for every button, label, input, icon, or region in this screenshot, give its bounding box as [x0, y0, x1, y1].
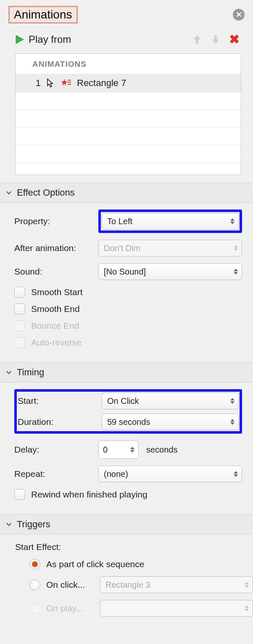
section-title: Timing: [17, 367, 44, 378]
smooth-end-row[interactable]: Smooth End: [14, 304, 242, 314]
panel-title-tab[interactable]: Animations: [8, 6, 78, 24]
trigger-onplay-radio: [29, 603, 40, 614]
effect-options-body: Property: To Left After animation: Don't…: [0, 203, 253, 362]
stepper-icon: [232, 468, 239, 480]
radio-label: As part of click sequence: [46, 559, 144, 569]
timing-body: Start: On Click Duration: 59 seconds: [0, 382, 253, 514]
sound-select[interactable]: [No Sound]: [98, 263, 242, 280]
triggers-header[interactable]: Triggers: [0, 514, 253, 534]
play-from-label[interactable]: Play from: [29, 34, 186, 45]
remove-animation-button[interactable]: ✖: [227, 32, 241, 47]
smooth-end-checkbox[interactable]: [14, 304, 25, 314]
chevron-down-icon: [6, 369, 13, 375]
empty-row: [16, 145, 241, 163]
empty-row: [16, 110, 241, 128]
emphasis-effect-icon: [60, 78, 71, 88]
trigger-onclick-row[interactable]: On click... Rectangle 3: [0, 573, 253, 597]
stepper-icon: [232, 242, 239, 254]
onclick-target-select: Rectangle 3: [100, 576, 253, 593]
select-value: Rectangle 3: [105, 580, 150, 590]
select-value: To Left: [107, 217, 132, 226]
select-value: Don't Dim: [104, 243, 140, 253]
duration-select[interactable]: 59 seconds: [102, 414, 239, 430]
play-toolbar: Play from ✖: [0, 27, 253, 51]
duration-label: Duration:: [18, 417, 102, 427]
rewind-checkbox[interactable]: [14, 489, 25, 500]
trigger-onclick-radio[interactable]: [29, 579, 40, 590]
move-down-button[interactable]: [208, 34, 223, 45]
start-effect-label: Start Effect:: [0, 534, 253, 555]
rewind-row[interactable]: Rewind when finished playing: [14, 489, 242, 500]
bounce-end-row: Bounce End: [14, 320, 242, 331]
select-value: On Click: [107, 396, 139, 406]
repeat-label: Repeat:: [14, 469, 98, 479]
smooth-start-row[interactable]: Smooth Start: [14, 287, 242, 298]
select-value: [No Sound]: [104, 267, 146, 277]
section-title: Effect Options: [17, 187, 75, 198]
svg-marker-1: [61, 79, 68, 86]
animations-list-header: ANIMATIONS: [16, 54, 241, 74]
stepper-icon: [243, 579, 250, 591]
triggers-body: Start Effect: As part of click sequence …: [0, 534, 253, 625]
stepper-icon: [229, 416, 236, 428]
input-value: 0: [103, 445, 108, 455]
auto-reverse-row: Auto-reverse: [14, 337, 242, 348]
stepper-icon: [243, 602, 250, 615]
onplay-target-select: [100, 600, 253, 617]
empty-row: [16, 128, 241, 145]
property-label: Property:: [14, 216, 98, 226]
delay-label: Delay:: [14, 445, 98, 455]
checkbox-label: Smooth End: [31, 304, 80, 314]
chevron-down-icon: [6, 521, 13, 527]
highlight-box: To Left: [98, 209, 242, 233]
delay-unit: seconds: [146, 445, 178, 455]
bounce-end-checkbox: [14, 320, 25, 331]
auto-reverse-checkbox: [14, 337, 25, 348]
after-animation-label: After animation:: [14, 243, 98, 253]
animation-target-name: Rectangle 7: [77, 78, 126, 89]
empty-row: [16, 92, 241, 110]
timing-header[interactable]: Timing: [0, 362, 253, 382]
trigger-onplay-row: On play...: [0, 597, 253, 620]
close-panel-button[interactable]: ✕: [233, 9, 245, 21]
smooth-start-checkbox[interactable]: [14, 287, 25, 298]
stepper-icon: [232, 265, 239, 278]
select-value: (none): [104, 469, 128, 479]
start-label: Start:: [18, 396, 102, 406]
after-animation-select: Don't Dim: [98, 240, 242, 257]
sound-label: Sound:: [14, 267, 98, 277]
trigger-sequence-radio[interactable]: [29, 559, 40, 570]
checkbox-label: Rewind when finished playing: [31, 490, 148, 500]
section-title: Triggers: [17, 519, 50, 530]
start-select[interactable]: On Click: [102, 393, 239, 409]
chevron-down-icon: [6, 190, 13, 196]
animation-index: 1: [32, 78, 41, 89]
delay-input[interactable]: 0: [98, 440, 139, 459]
property-select[interactable]: To Left: [102, 213, 239, 230]
empty-row: [16, 163, 241, 175]
play-icon[interactable]: [15, 34, 24, 45]
checkbox-label: Auto-reverse: [31, 338, 82, 348]
onclick-trigger-icon: [47, 79, 54, 88]
svg-marker-0: [16, 35, 24, 44]
animation-list-item[interactable]: 1 Rectangle 7: [16, 74, 241, 92]
checkbox-label: Smooth Start: [31, 287, 83, 297]
stepper-icon: [229, 395, 236, 407]
trigger-sequence-row[interactable]: As part of click sequence: [0, 555, 253, 573]
panel-header: Animations ✕: [0, 0, 253, 27]
highlight-box: Start: On Click Duration: 59 seconds: [14, 389, 242, 434]
select-value: 59 seconds: [107, 417, 150, 427]
stepper-icon: [229, 215, 236, 228]
animations-panel: Animations ✕ Play from ✖ ANIMATIONS 1: [0, 0, 253, 625]
radio-label: On play...: [46, 603, 92, 613]
stepper-icon: [129, 447, 136, 453]
repeat-select[interactable]: (none): [98, 466, 242, 482]
animations-list: ANIMATIONS 1 Rectangle 7: [15, 53, 241, 175]
close-icon: ✕: [236, 10, 242, 19]
effect-options-header[interactable]: Effect Options: [0, 183, 253, 203]
checkbox-label: Bounce End: [31, 321, 79, 331]
move-up-button[interactable]: [190, 34, 204, 45]
radio-label: On click...: [46, 580, 92, 590]
